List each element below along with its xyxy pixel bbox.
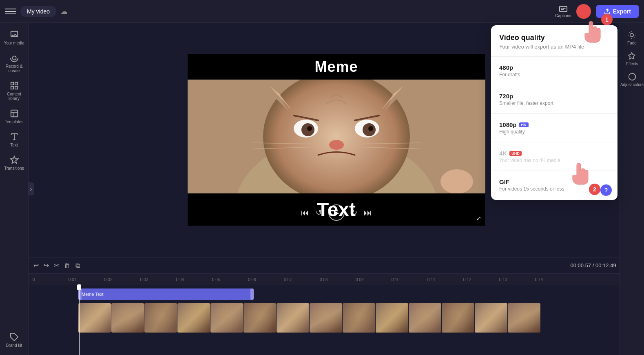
thumbnail-10 [376, 303, 408, 333]
timeline-area: ↩ ↪ ✂ 🗑 ⧉ 00:00.57 / 00:12.49 − + ⤢ 0 0:… [29, 257, 644, 355]
svg-line-42 [629, 33, 630, 33]
video-top-text: Meme [188, 54, 485, 80]
quality-option-480p[interactable]: 480p For drafts [491, 60, 617, 82]
thumbnail-2 [111, 303, 144, 333]
ruler-mark: 0:14 [535, 277, 571, 282]
skip-to-start-button[interactable]: ⏮ [301, 208, 309, 217]
text-track-row: Meme Text [29, 287, 644, 302]
quality-divider-1 [491, 56, 617, 57]
cloud-save-icon[interactable]: ☁ [60, 7, 68, 16]
sidebar-item-brand-kit[interactable]: Brand kit [1, 329, 27, 351]
svg-rect-8 [15, 82, 17, 85]
fullscreen-button[interactable]: ⤢ [476, 215, 481, 222]
captions-button[interactable]: Captions [555, 4, 571, 18]
thumbnail-7 [277, 303, 309, 333]
right-sidebar-item-fade[interactable]: Fade [627, 31, 637, 45]
thumbnail-4 [177, 303, 210, 333]
video-title[interactable]: My video [20, 6, 56, 17]
rewind-button[interactable]: ↺ [316, 208, 322, 217]
ruler-mark: 0:06 [248, 277, 284, 282]
sidebar-item-transitions[interactable]: Transitions [1, 152, 27, 174]
cut-button[interactable]: ✂ [54, 262, 59, 269]
svg-line-43 [634, 37, 635, 38]
video-image [188, 80, 485, 193]
ruler-mark: 0:05 [212, 277, 248, 282]
quality-desc-4k: Your video has no 4K media [499, 158, 609, 163]
quality-option-4k[interactable]: 4K UHD Your video has no 4K media [491, 146, 617, 167]
text-track-right-handle[interactable] [250, 288, 254, 300]
thumbnail-11 [409, 303, 441, 333]
avatar[interactable] [576, 4, 591, 19]
video-preview: Meme [188, 54, 485, 226]
quality-title: Video quality [499, 33, 609, 42]
timeline-tracks: Meme Text [29, 285, 644, 334]
sidebar-item-text[interactable]: Text [1, 129, 27, 151]
playback-controls: ⏮ ↺ ▶ ↻ ⏭ [301, 204, 372, 221]
menu-icon[interactable] [5, 6, 16, 17]
right-sidebar-item-effects[interactable]: Effects [626, 52, 638, 66]
quality-divider-4 [491, 142, 617, 142]
sidebar-item-your-media[interactable]: Your media [1, 27, 27, 49]
quality-option-720p[interactable]: 720p Smaller file, faster export [491, 89, 617, 110]
thumbnail-12 [442, 303, 474, 333]
svg-rect-7 [11, 82, 13, 85]
thumbnail-8 [310, 303, 342, 333]
topbar-left: My video ☁ [5, 6, 68, 17]
thumbnail-9 [343, 303, 375, 333]
quality-divider-5 [491, 171, 617, 171]
duplicate-button[interactable]: ⧉ [75, 262, 80, 269]
play-button[interactable]: ▶ [328, 204, 345, 221]
ruler-mark: 0:13 [499, 277, 535, 282]
svg-point-29 [307, 126, 312, 131]
left-sidebar: Your media Record & create Content libra… [0, 23, 29, 355]
thumbnail-1 [78, 303, 111, 333]
undo-button[interactable]: ↩ [33, 262, 39, 269]
quality-divider-3 [491, 113, 617, 114]
ruler-marks: 0 0:01 0:02 0:03 0:04 0:05 0:06 0:07 0:0… [29, 277, 571, 282]
svg-point-20 [263, 80, 410, 193]
svg-rect-11 [11, 110, 18, 117]
quality-option-1080p[interactable]: 1080p HD High quality [491, 117, 617, 139]
export-button[interactable]: Export [596, 5, 639, 18]
right-sidebar-item-adjust-colors[interactable]: Adjust colors [620, 73, 644, 87]
ruler-mark: 0:02 [104, 277, 140, 282]
sidebar-item-content-library[interactable]: Content library [1, 78, 27, 104]
svg-rect-0 [560, 7, 567, 12]
svg-point-38 [440, 169, 473, 193]
ruler-mark: 0:09 [356, 277, 392, 282]
playhead[interactable] [79, 285, 80, 355]
thumbnail-13 [475, 303, 507, 333]
hd-badge: HD [519, 122, 529, 127]
svg-point-30 [368, 126, 373, 131]
sidebar-collapse-btn[interactable]: › [28, 182, 34, 195]
thumbnail-14 [508, 303, 540, 333]
sidebar-item-record[interactable]: Record & create [1, 50, 27, 76]
svg-rect-10 [15, 87, 17, 89]
quality-subtitle: Your video will export as an MP4 file [499, 44, 609, 50]
video-thumbnails [78, 303, 540, 333]
quality-dropdown: Video quality Your video will export as … [491, 25, 617, 200]
timeline-ruler: 0 0:01 0:02 0:03 0:04 0:05 0:06 0:07 0:0… [29, 274, 644, 285]
thumbnail-3 [144, 303, 177, 333]
text-track-label: Meme Text [82, 292, 104, 297]
ruler-mark: 0:01 [69, 277, 104, 282]
right-sidebar: Fade Effects Adjust colors [620, 23, 644, 355]
playhead-handle[interactable] [77, 284, 81, 290]
uhd-badge: UHD [509, 151, 522, 156]
text-track[interactable]: Meme Text [78, 288, 254, 300]
svg-rect-9 [11, 87, 13, 89]
skip-to-end-button[interactable]: ⏭ [364, 208, 372, 217]
ruler-mark: 0:07 [284, 277, 320, 282]
delete-button[interactable]: 🗑 [64, 262, 71, 269]
forward-button[interactable]: ↻ [351, 208, 357, 217]
quality-name-1080p: 1080p HD [499, 121, 609, 128]
quality-name-720p: 720p [499, 93, 609, 100]
video-track-row [29, 302, 644, 334]
quality-desc-720p: Smaller file, faster export [499, 100, 609, 106]
quality-option-gif[interactable]: GIF For videos 15 seconds or less [491, 174, 617, 196]
quality-name-gif: GIF [499, 178, 609, 185]
redo-button[interactable]: ↪ [44, 262, 49, 269]
ruler-mark: 0:03 [140, 277, 176, 282]
sidebar-item-templates[interactable]: Templates [1, 106, 27, 127]
svg-marker-46 [629, 53, 635, 59]
